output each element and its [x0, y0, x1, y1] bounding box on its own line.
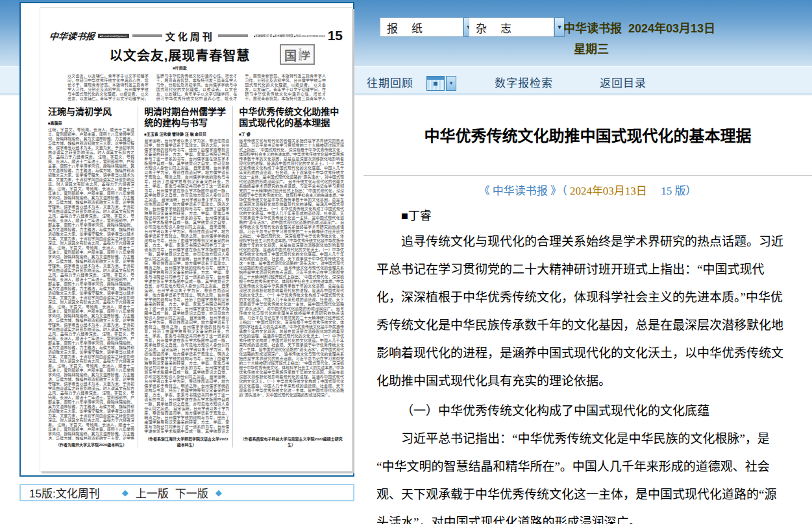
masthead-email-strip: ■E-mail:whzk@gmw.cn	[98, 34, 129, 38]
paper-name: 中华读书报	[563, 22, 622, 35]
lead-headline: 以文会友,展现青春智慧	[60, 45, 300, 64]
column-2-byline: ■王玉青 汪秀俊 管铃静 汪 琳 俞贝贝	[144, 131, 229, 137]
source-page: 15 版）	[661, 185, 696, 197]
article-paragraph: 习近平总书记指出：“中华优秀传统文化是中华民族的文化根脉”，是“中华文明的智慧结…	[376, 425, 784, 524]
prev-page-link[interactable]: 上一版	[136, 484, 169, 501]
issue-weekday: 星期三	[574, 40, 609, 56]
article-title: 中华优秀传统文化助推中国式现代化的基本理据	[363, 123, 812, 146]
column-1-body: 汪琬，字苕文，号钝庵，长洲人，顺治十二年进士，官刑部郎中、户部主事，康熙十八年举…	[48, 128, 134, 440]
article-section-heading: （一）中华优秀传统文化构成了中国式现代化的文化底蕴	[376, 397, 784, 425]
newspaper-column-3: 中华优秀传统文化助推中国式现代化的基本理据 ■丁 睿 追寻传统文化与现代化的合理…	[232, 106, 344, 447]
masthead-rule	[132, 34, 162, 37]
column-2-title[interactable]: 明清时期台州儒学学统的建构与书写	[144, 106, 229, 128]
calendar-picker[interactable]: ▼	[426, 76, 456, 91]
newspaper-column-1: 汪琬与清初学风 ■高薇英 汪琬，字苕文，号钝庵，长洲人，顺治十二年进士，官刑部郎…	[48, 106, 134, 447]
newspaper-column-2: 明清时期台州儒学学统的建构与书写 ■王玉青 汪秀俊 管铃静 汪 琳 俞贝贝 自宋…	[138, 106, 229, 447]
nav-digital-search[interactable]: 数字报检索	[495, 74, 553, 90]
masthead-page-number: 15	[328, 28, 343, 43]
source-open-paren: （	[561, 185, 570, 197]
column-1-title[interactable]: 汪琬与清初学风	[48, 106, 134, 117]
seal-char-guo: 国	[284, 46, 297, 64]
current-page-label: 15版:文化周刊	[29, 484, 100, 501]
lead-intro-text: 以文会友，以友辅仁。青年学子以文字切磋学问，在研习中华优秀传统文化中涵养心性、增…	[68, 74, 326, 104]
article-paragraph: 追寻传统文化与现代化的合理关系始终是学术界研究的热点话题。习近平总书记在学习贯彻…	[376, 228, 784, 395]
newspaper-select-value[interactable]: 报 纸	[380, 18, 463, 37]
nav-back-to-contents[interactable]: 返回目录	[600, 74, 646, 90]
source-date: 2024年03月13日	[570, 185, 647, 197]
nav-past-issues[interactable]: 往期回顾	[367, 74, 413, 90]
newspaper-select[interactable]: 报 纸 ▼	[380, 18, 474, 37]
lead-byline: ■叶雨歌	[60, 65, 300, 71]
paper-name-and-date: 中华读书报 2024年03月13日	[563, 19, 715, 36]
column-1-attribution: （作者为南开大学文学院2020级本科生）	[48, 442, 134, 447]
masthead-section-title: 文化周刊	[166, 29, 215, 43]
column-3-title[interactable]: 中华优秀传统文化助推中国式现代化的基本理据	[239, 106, 344, 128]
issue-date: 2024年03月13日	[628, 22, 715, 35]
source-paper-name: 《 中华读书报 》	[479, 185, 562, 197]
title-divider	[363, 175, 812, 176]
column-2-body: 自宋迄明，台州学者以朱子学为宗，尊德性而道问学，地方儒学谱系于焉建立。明清之际，…	[144, 139, 229, 434]
masthead-info-strip: ■本版编辑:红 娟 ■美术编辑:陈晓霞 ■电话:010-67078833 202…	[254, 34, 325, 38]
next-page-icon[interactable]: ◆	[215, 488, 222, 497]
column-2-attribution: （作者系浙江海洋大学师范学院汉语言文学2023级本科生）	[144, 436, 229, 447]
article-source-line: 《 中华读书报 》（ 2024年03月13日 15 版）	[363, 182, 812, 198]
newspaper-logo: 中华读书报	[49, 29, 95, 42]
masthead-rule	[218, 34, 248, 37]
page-navigation-bar: 15版:文化周刊 ◆ 上一版 下一版 ◆	[19, 484, 354, 501]
newspaper-masthead: 中华读书报 ■E-mail:whzk@gmw.cn 文化周刊 ■本版编辑:红 娟…	[49, 27, 343, 44]
next-page-link[interactable]: 下一版	[175, 484, 208, 501]
magazine-select[interactable]: 杂 志 ▼	[469, 18, 565, 37]
column-1-byline: ■高薇英	[48, 120, 134, 126]
magazine-select-value[interactable]: 杂 志	[469, 18, 554, 37]
guoxue-seal: 国 文化周刊 学	[280, 44, 315, 65]
source-gap	[647, 185, 661, 197]
calendar-dropdown-icon[interactable]: ▼	[446, 76, 456, 91]
article-author: ■丁睿	[401, 206, 432, 223]
column-3-byline: ■丁 睿	[239, 131, 344, 137]
column-3-body: 追寻传统文化与现代化的合理关系始终是学术界研究的热点话题。习近平总书记在学习贯彻…	[239, 139, 344, 434]
newspaper-columns: 汪琬与清初学风 ■高薇英 汪琬，字苕文，号钝庵，长洲人，顺治十二年进士，官刑部郎…	[48, 106, 344, 447]
seal-char-xue: 学	[301, 48, 310, 61]
column-3-attribution: （作者系西安电子科技大学马克思主义学院2023级硕士研究生）	[239, 436, 344, 447]
newspaper-page-thumbnail[interactable]: 中华读书报 ■E-mail:whzk@gmw.cn 文化周刊 ■本版编辑:红 娟…	[40, 7, 352, 471]
article-body: 追寻传统文化与现代化的合理关系始终是学术界研究的热点话题。习近平总书记在学习贯彻…	[376, 228, 784, 524]
newspaper-preview-panel: 中华读书报 ■E-mail:whzk@gmw.cn 文化周刊 ■本版编辑:红 娟…	[19, 2, 354, 477]
page: 报 纸 ▼ 杂 志 ▼ 中华读书报 2024年03月13日 星期三 往期回顾 ▼…	[0, 0, 812, 524]
prev-page-icon[interactable]: ◆	[122, 488, 129, 497]
calendar-icon[interactable]	[426, 76, 445, 91]
